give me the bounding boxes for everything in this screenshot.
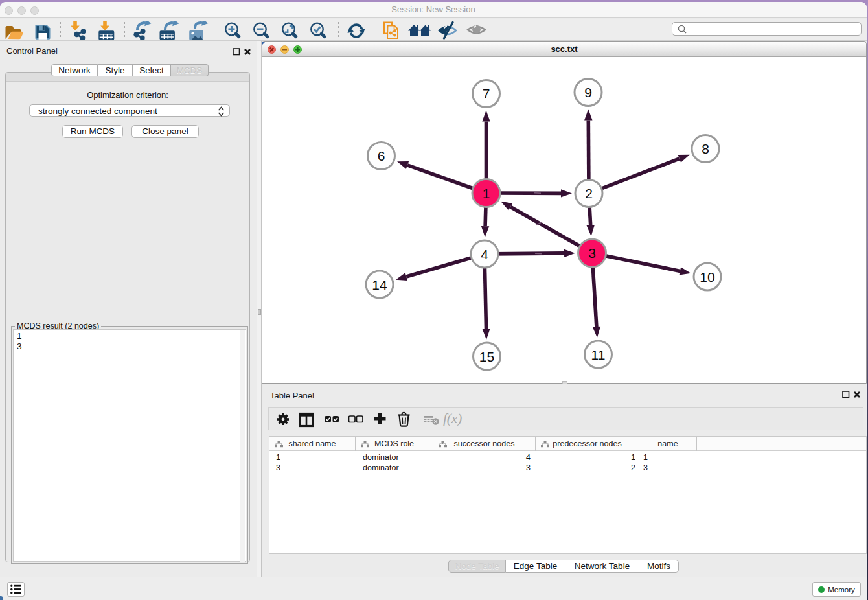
svg-text:4: 4 [481, 247, 488, 262]
svg-text:11: 11 [591, 347, 606, 362]
svg-text:f(x): f(x) [443, 411, 462, 426]
svg-text:1: 1 [483, 186, 490, 201]
svg-text:2: 2 [585, 186, 593, 201]
svg-text:3: 3 [588, 246, 596, 260]
svg-text:10: 10 [700, 270, 714, 284]
svg-text:15: 15 [479, 349, 494, 364]
svg-text:7: 7 [483, 86, 490, 101]
svg-text:8: 8 [702, 141, 709, 156]
svg-text:14: 14 [372, 277, 387, 292]
svg-text:9: 9 [584, 85, 592, 100]
svg-text:6: 6 [378, 148, 385, 163]
